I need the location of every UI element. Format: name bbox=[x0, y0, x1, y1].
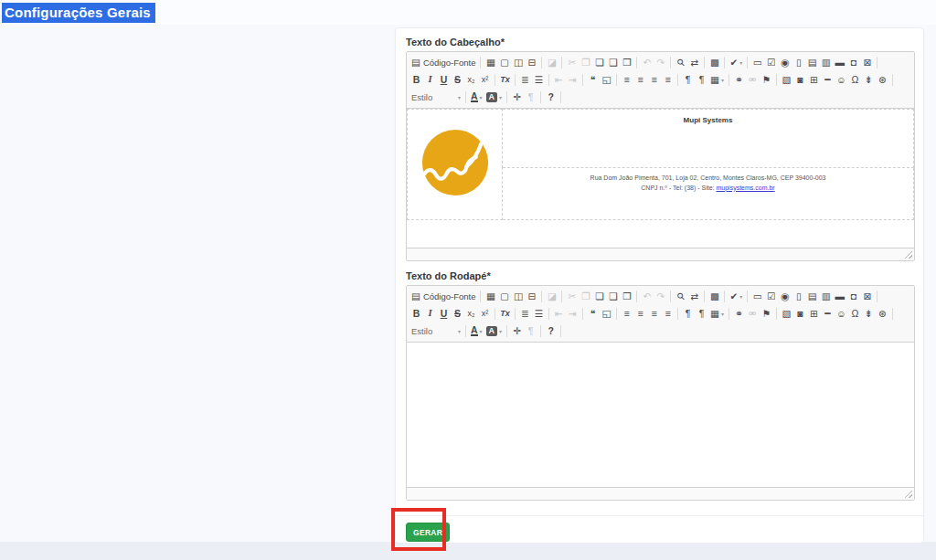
company-site-link[interactable]: mupisystems.com.br bbox=[716, 185, 774, 191]
subscript-icon[interactable]: x₂ bbox=[464, 72, 478, 88]
strikethrough-icon[interactable]: S bbox=[451, 72, 464, 88]
checkbox-icon[interactable]: ☑ bbox=[764, 289, 778, 304]
paste-text-icon[interactable]: ❑ bbox=[606, 289, 620, 304]
save-icon[interactable]: ▦ bbox=[484, 289, 497, 304]
page-break-icon[interactable]: ⇟ bbox=[862, 72, 876, 88]
styles-dropdown[interactable]: Estilo▾ bbox=[410, 90, 463, 105]
anchor-icon[interactable]: ⚑ bbox=[760, 72, 773, 88]
strikethrough-icon[interactable]: S bbox=[451, 306, 464, 322]
resize-handle-icon[interactable] bbox=[904, 250, 912, 259]
remove-format-icon[interactable]: Tx bbox=[498, 306, 512, 322]
table-icon[interactable]: ⊞ bbox=[807, 306, 821, 322]
blockquote-icon[interactable]: ❝ bbox=[586, 72, 600, 88]
align-right-icon[interactable]: ≡ bbox=[647, 72, 661, 88]
radio-icon[interactable]: ◉ bbox=[778, 289, 792, 304]
smiley-icon[interactable]: ☺ bbox=[835, 72, 848, 88]
replace-icon[interactable]: ⇄ bbox=[687, 289, 701, 304]
hidden-field-icon[interactable]: ⊠ bbox=[860, 55, 874, 70]
text-field-icon[interactable]: ▯ bbox=[792, 289, 805, 304]
about-icon[interactable]: ? bbox=[544, 90, 558, 105]
button-icon[interactable]: ▬ bbox=[833, 55, 846, 70]
text-color-button[interactable]: A▾ bbox=[469, 90, 484, 105]
anchor-icon[interactable]: ⚑ bbox=[760, 306, 773, 322]
find-icon[interactable]: ⚲ bbox=[674, 289, 687, 304]
align-justify-icon[interactable]: ≡ bbox=[661, 306, 675, 322]
header-editor-content[interactable]: Mupi Systems Rua Dom João Pimenta, 701, … bbox=[407, 109, 914, 248]
source-button[interactable]: ▤Código-Fonte bbox=[410, 289, 477, 304]
superscript-icon[interactable]: x² bbox=[478, 306, 492, 322]
horizontal-rule-icon[interactable]: ━ bbox=[821, 72, 835, 88]
link-icon[interactable]: ⚭ bbox=[732, 306, 746, 322]
special-char-icon[interactable]: Ω bbox=[848, 306, 862, 322]
horizontal-rule-icon[interactable]: ━ bbox=[821, 306, 835, 322]
iframe-icon[interactable]: ⊛ bbox=[876, 306, 889, 322]
align-justify-icon[interactable]: ≡ bbox=[661, 72, 675, 88]
div-container-icon[interactable]: ◱ bbox=[600, 306, 613, 322]
subscript-icon[interactable]: x₂ bbox=[464, 306, 478, 322]
bulleted-list-icon[interactable]: ☰ bbox=[532, 72, 546, 88]
image-icon[interactable]: ▧ bbox=[780, 306, 793, 322]
bulleted-list-icon[interactable]: ☰ bbox=[532, 306, 546, 322]
div-container-icon[interactable]: ◱ bbox=[600, 72, 613, 88]
align-left-icon[interactable]: ≡ bbox=[620, 306, 633, 322]
styles-dropdown[interactable]: Estilo▾ bbox=[410, 323, 463, 339]
flash-icon[interactable]: ◙ bbox=[793, 306, 807, 322]
new-page-icon[interactable]: ▢ bbox=[497, 55, 511, 70]
bold-icon[interactable]: B bbox=[410, 306, 423, 322]
select-all-icon[interactable]: ▩ bbox=[707, 55, 721, 70]
table-icon[interactable]: ⊞ bbox=[807, 72, 821, 88]
textarea-icon[interactable]: ▤ bbox=[805, 289, 819, 304]
source-button[interactable]: ▤Código-Fonte bbox=[410, 55, 477, 70]
footer-editor-content[interactable] bbox=[407, 343, 914, 487]
print-icon[interactable]: ⊟ bbox=[525, 55, 538, 70]
form-icon[interactable]: ▭ bbox=[750, 55, 764, 70]
image-button-icon[interactable]: ◘ bbox=[846, 289, 860, 304]
bidi-rtl-icon[interactable]: ¶ bbox=[695, 72, 708, 88]
bg-color-button[interactable]: A▾ bbox=[484, 90, 505, 105]
bg-color-button[interactable]: A▾ bbox=[484, 323, 505, 339]
form-icon[interactable]: ▭ bbox=[750, 289, 764, 304]
spell-check-icon[interactable]: ✔▾ bbox=[728, 55, 744, 70]
underline-icon[interactable]: U bbox=[437, 72, 451, 88]
select-field-icon[interactable]: ▥ bbox=[819, 55, 833, 70]
checkbox-icon[interactable]: ☑ bbox=[764, 55, 778, 70]
image-button-icon[interactable]: ◘ bbox=[846, 55, 860, 70]
italic-icon[interactable]: I bbox=[423, 306, 437, 322]
paste-word-icon[interactable]: ❒ bbox=[620, 289, 633, 304]
bidi-rtl-icon[interactable]: ¶ bbox=[695, 306, 708, 322]
image-icon[interactable]: ▧ bbox=[780, 72, 793, 88]
special-char-icon[interactable]: Ω bbox=[848, 72, 862, 88]
textarea-icon[interactable]: ▤ bbox=[805, 55, 819, 70]
new-page-icon[interactable]: ▢ bbox=[497, 289, 511, 304]
link-icon[interactable]: ⚭ bbox=[732, 72, 746, 88]
language-icon[interactable]: ▦▾ bbox=[708, 72, 726, 88]
superscript-icon[interactable]: x² bbox=[478, 72, 492, 88]
align-right-icon[interactable]: ≡ bbox=[647, 306, 661, 322]
page-break-icon[interactable]: ⇟ bbox=[862, 306, 876, 322]
paste-word-icon[interactable]: ❒ bbox=[620, 55, 633, 70]
smiley-icon[interactable]: ☺ bbox=[835, 306, 848, 322]
text-color-button[interactable]: A▾ bbox=[469, 323, 484, 339]
blockquote-icon[interactable]: ❝ bbox=[586, 306, 600, 322]
text-field-icon[interactable]: ▯ bbox=[792, 55, 805, 70]
bidi-ltr-icon[interactable]: ¶ bbox=[681, 306, 695, 322]
save-icon[interactable]: ▦ bbox=[484, 55, 497, 70]
resize-handle-icon[interactable] bbox=[904, 490, 912, 498]
numbered-list-icon[interactable]: ≣ bbox=[518, 306, 532, 322]
select-all-icon[interactable]: ▩ bbox=[707, 289, 721, 304]
underline-icon[interactable]: U bbox=[437, 306, 451, 322]
align-center-icon[interactable]: ≡ bbox=[633, 72, 647, 88]
print-icon[interactable]: ⊟ bbox=[525, 289, 538, 304]
remove-format-icon[interactable]: Tx bbox=[498, 72, 512, 88]
align-center-icon[interactable]: ≡ bbox=[633, 306, 647, 322]
spell-check-icon[interactable]: ✔▾ bbox=[728, 289, 744, 304]
paste-text-icon[interactable]: ❑ bbox=[606, 55, 620, 70]
hidden-field-icon[interactable]: ⊠ bbox=[860, 289, 874, 304]
iframe-icon[interactable]: ⊛ bbox=[876, 72, 889, 88]
numbered-list-icon[interactable]: ≣ bbox=[518, 72, 532, 88]
preview-icon[interactable]: ◫ bbox=[511, 289, 525, 304]
language-icon[interactable]: ▦▾ bbox=[708, 306, 726, 322]
button-icon[interactable]: ▬ bbox=[833, 289, 846, 304]
paste-icon[interactable]: ❏ bbox=[592, 289, 606, 304]
replace-icon[interactable]: ⇄ bbox=[687, 55, 701, 70]
